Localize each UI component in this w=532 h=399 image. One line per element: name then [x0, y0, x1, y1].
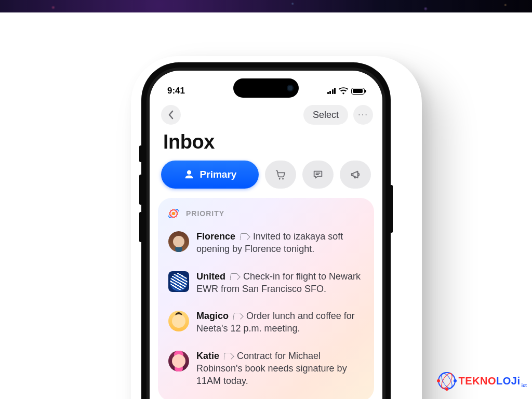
avatar — [168, 231, 189, 252]
cart-icon — [275, 169, 286, 180]
summary-icon — [224, 352, 233, 360]
priority-item[interactable]: United Check-in for flight to Newark EWR… — [167, 265, 365, 305]
message-body: United Check-in for flight to Newark EWR… — [196, 270, 364, 296]
watermark-sub: ict — [521, 383, 527, 388]
phone-volume-down — [139, 212, 142, 242]
tab-promotions[interactable] — [340, 161, 371, 189]
phone-volume-up — [139, 175, 142, 205]
avatar — [168, 351, 189, 371]
phone-screen: 9:41 Select ··· Inbox — [150, 71, 382, 399]
priority-item[interactable]: Katie Contract for Michael Robinson's bo… — [167, 344, 365, 397]
page-title: Inbox — [150, 130, 382, 161]
message-icon — [312, 169, 324, 180]
back-button[interactable] — [161, 105, 181, 125]
watermark-logo-icon — [438, 372, 456, 390]
category-tabs: Primary — [150, 161, 382, 198]
sender-name: Katie — [196, 351, 219, 361]
watermark-text: TEKNOLOJi — [459, 375, 521, 387]
tab-updates[interactable] — [302, 161, 334, 189]
phone-mute-switch — [139, 145, 142, 162]
svg-point-0 — [279, 178, 281, 180]
cellular-signal-icon — [327, 88, 336, 94]
tab-primary[interactable]: Primary — [161, 161, 259, 189]
priority-label: PRIORITY — [186, 209, 224, 218]
person-icon — [183, 169, 195, 180]
phone-mockup: 9:41 Select ··· Inbox — [141, 62, 391, 399]
page-top-banner — [0, 0, 532, 12]
tab-shopping[interactable] — [265, 161, 296, 189]
megaphone-icon — [350, 169, 361, 180]
wifi-icon — [339, 87, 348, 95]
phone-power-button — [390, 185, 393, 233]
site-watermark: TEKNOLOJi ict — [438, 372, 527, 390]
message-body: Katie Contract for Michael Robinson's bo… — [196, 350, 364, 388]
battery-icon — [351, 88, 365, 95]
apple-intelligence-icon — [166, 206, 182, 222]
svg-point-1 — [282, 178, 284, 180]
sender-name: United — [196, 271, 225, 282]
avatar — [168, 311, 189, 331]
nav-row: Select ··· — [150, 102, 382, 130]
sender-name: Magico — [196, 311, 229, 321]
status-time: 9:41 — [167, 86, 185, 96]
summary-icon — [233, 312, 243, 320]
front-camera-icon — [287, 85, 294, 91]
priority-item[interactable]: Florence Invited to izakaya soft opening… — [167, 225, 365, 265]
message-body: Magico Order lunch and coffee for Neeta'… — [196, 310, 364, 335]
message-body: Florence Invited to izakaya soft opening… — [196, 230, 364, 256]
priority-item[interactable]: Magico Order lunch and coffee for Neeta'… — [167, 304, 365, 344]
priority-card: PRIORITY Florence Invited to izakaya sof… — [158, 198, 374, 399]
sender-name: Florence — [196, 231, 235, 242]
message-summary: Contract for Michael Robinson's book nee… — [196, 351, 347, 387]
select-button[interactable]: Select — [303, 105, 348, 125]
more-button[interactable]: ··· — [353, 105, 373, 125]
dynamic-island — [233, 78, 299, 98]
tab-primary-label: Primary — [200, 169, 237, 180]
avatar — [168, 271, 189, 292]
summary-icon — [230, 273, 240, 280]
chevron-left-icon — [168, 110, 174, 119]
summary-icon — [240, 233, 249, 240]
